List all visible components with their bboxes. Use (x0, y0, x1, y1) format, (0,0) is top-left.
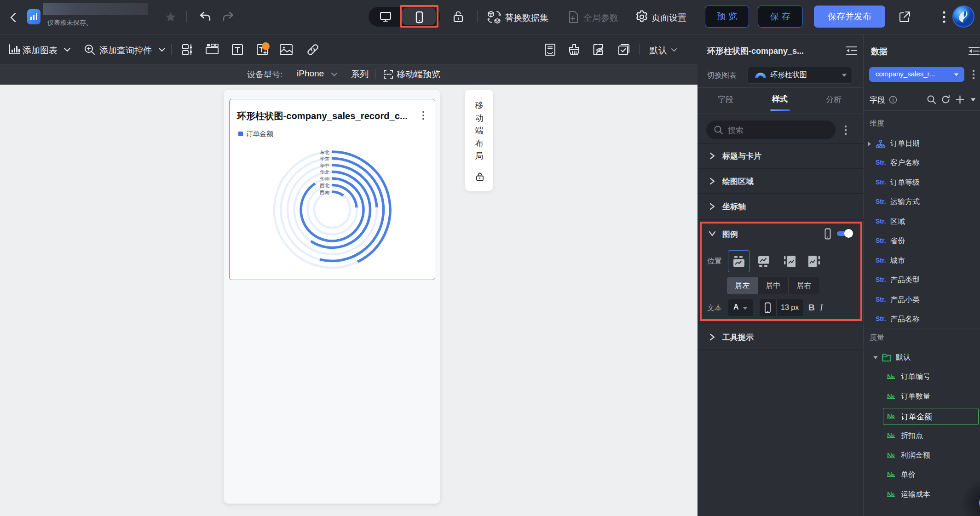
svg-text:东北: 东北 (320, 149, 330, 155)
svg-text:西南: 西南 (320, 189, 330, 195)
svg-text:华南: 华南 (320, 176, 330, 182)
svg-text:华中: 华中 (320, 163, 329, 168)
svg-text:华北: 华北 (320, 169, 330, 175)
svg-text:西北: 西北 (320, 183, 330, 188)
svg-text:华东: 华东 (320, 156, 329, 161)
